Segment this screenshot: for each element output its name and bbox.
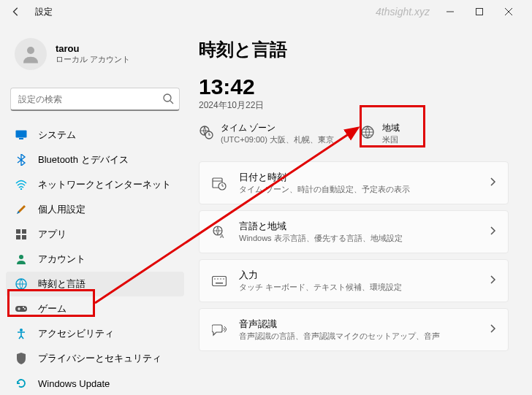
search-input[interactable]	[10, 88, 180, 111]
region-label: 地域	[382, 122, 400, 134]
svg-rect-8	[19, 138, 23, 139]
card-title: 日付と時刻	[239, 171, 489, 184]
maximize-icon	[476, 8, 483, 15]
search-icon	[162, 93, 174, 107]
card-sub: Windows 表示言語、優先する言語、地域設定	[239, 233, 489, 244]
sidebar-item-bluetooth[interactable]: Bluetooth とデバイス	[6, 147, 184, 172]
paintbrush-icon	[15, 203, 28, 216]
card-title: 音声認識	[239, 318, 489, 331]
card-sub: 音声認識の言語、音声認識マイクのセットアップ、音声	[239, 331, 489, 342]
sidebar-item-personalization[interactable]: 個人用設定	[6, 197, 184, 222]
sidebar-item-label: ネットワークとインターネット	[38, 178, 171, 191]
globe-icon	[360, 125, 375, 142]
timezone-detail: (UTC+09:00) 大阪、札幌、東京	[221, 134, 334, 145]
speech-icon	[211, 323, 227, 337]
svg-text:A: A	[220, 233, 224, 239]
card-date-time[interactable]: 日付と時刻 タイム ゾーン、時計の自動設定、予定表の表示	[199, 161, 509, 204]
close-icon	[505, 8, 512, 15]
card-language-region[interactable]: A 言語と地域 Windows 表示言語、優先する言語、地域設定	[199, 210, 509, 253]
svg-point-31	[220, 278, 221, 280]
sidebar-item-label: Bluetooth とデバイス	[38, 153, 129, 166]
svg-rect-13	[22, 235, 26, 239]
user-name: tarou	[56, 43, 130, 54]
sidebar-item-label: ゲーム	[38, 302, 66, 315]
svg-point-32	[223, 278, 224, 280]
system-icon	[15, 129, 28, 142]
chevron-right-icon	[489, 226, 496, 239]
sidebar-item-system[interactable]: システム	[6, 123, 184, 147]
svg-rect-7	[16, 131, 27, 138]
shield-icon	[15, 352, 28, 365]
svg-point-9	[20, 188, 22, 190]
svg-point-18	[24, 308, 26, 310]
region-detail: 米国	[382, 134, 400, 145]
sidebar-item-apps[interactable]: アプリ	[6, 222, 184, 247]
maximize-button[interactable]	[465, 0, 494, 23]
search-box	[10, 88, 180, 111]
calendar-clock-icon	[211, 176, 227, 191]
main-content: 時刻と言語 13:42 2024年10月22日 タイム ゾーン (UTC+09:…	[190, 23, 532, 395]
watermark: 4thsight.xyz	[376, 6, 430, 18]
svg-rect-28	[213, 276, 227, 285]
sidebar-item-accessibility[interactable]: アクセシビリティ	[6, 321, 184, 346]
svg-rect-1	[476, 9, 483, 15]
timezone-info[interactable]: タイム ゾーン (UTC+09:00) 大阪、札幌、東京	[199, 122, 347, 145]
card-title: 言語と地域	[239, 220, 489, 233]
sidebar-item-label: アクセシビリティ	[38, 327, 114, 340]
sidebar-item-label: 個人用設定	[38, 203, 86, 216]
person-icon	[20, 43, 42, 65]
chevron-right-icon	[489, 275, 496, 288]
apps-icon	[15, 228, 28, 241]
svg-point-29	[214, 278, 216, 280]
language-icon: A	[211, 225, 227, 239]
user-block[interactable]: tarou ローカル アカウント	[6, 32, 184, 76]
keyboard-icon	[211, 276, 227, 286]
account-icon	[15, 253, 28, 266]
globe-clock-icon	[15, 277, 28, 291]
card-speech[interactable]: 音声認識 音声認識の言語、音声認識マイクのセットアップ、音声	[199, 308, 509, 351]
minimize-button[interactable]	[436, 0, 465, 23]
page-title: 時刻と言語	[199, 38, 509, 61]
card-title: 入力	[239, 269, 489, 282]
svg-point-30	[217, 278, 218, 280]
svg-line-6	[170, 101, 173, 104]
bluetooth-icon	[15, 153, 28, 166]
sidebar-item-accounts[interactable]: アカウント	[6, 247, 184, 272]
clock: 13:42	[199, 74, 509, 99]
gaming-icon	[15, 302, 28, 315]
timezone-label: タイム ゾーン	[221, 122, 334, 134]
arrow-left-icon	[11, 7, 21, 17]
sidebar-item-windows-update[interactable]: Windows Update	[6, 371, 184, 395]
svg-rect-10	[16, 229, 20, 234]
user-sub: ローカル アカウント	[56, 54, 130, 65]
accessibility-icon	[15, 327, 28, 340]
sidebar-item-label: アプリ	[38, 228, 66, 241]
svg-point-17	[23, 307, 24, 308]
timezone-icon	[199, 125, 213, 142]
region-info[interactable]: 地域 米国	[360, 122, 509, 145]
sidebar-item-time-language[interactable]: 時刻と言語	[6, 272, 184, 296]
back-button[interactable]	[9, 4, 23, 19]
svg-point-14	[19, 255, 23, 259]
svg-rect-11	[22, 229, 26, 234]
close-button[interactable]	[494, 0, 523, 23]
svg-rect-33	[216, 283, 223, 284]
sidebar-item-label: プライバシーとセキュリティ	[38, 352, 162, 365]
card-sub: タッチ キーボード、テキスト候補、環境設定	[239, 282, 489, 293]
sidebar-item-label: 時刻と言語	[38, 277, 86, 291]
sidebar-item-privacy[interactable]: プライバシーとセキュリティ	[6, 346, 184, 371]
avatar	[15, 38, 47, 70]
chevron-right-icon	[489, 177, 496, 190]
svg-point-4	[27, 47, 34, 54]
sidebar-item-label: Windows Update	[38, 378, 110, 389]
window-title: 設定	[35, 6, 53, 18]
sidebar-item-gaming[interactable]: ゲーム	[6, 296, 184, 321]
sidebar: tarou ローカル アカウント システム Bluetooth とデバイス ネッ…	[0, 23, 190, 395]
card-input[interactable]: 入力 タッチ キーボード、テキスト候補、環境設定	[199, 259, 509, 302]
titlebar: 設定 4thsight.xyz	[0, 0, 532, 23]
svg-rect-12	[16, 235, 20, 239]
sidebar-item-network[interactable]: ネットワークとインターネット	[6, 172, 184, 197]
update-icon	[15, 377, 28, 390]
svg-point-5	[164, 94, 171, 101]
date: 2024年10月22日	[199, 99, 509, 112]
